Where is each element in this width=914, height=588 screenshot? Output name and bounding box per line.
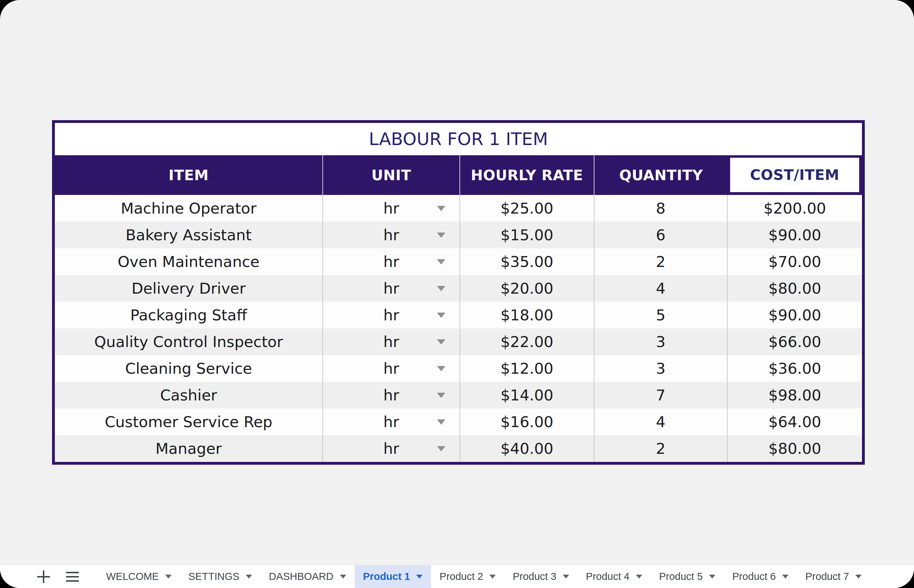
cell-cost-item[interactable]: $66.00 xyxy=(728,328,862,355)
unit-dropdown-cell[interactable]: hr xyxy=(323,221,460,248)
cell-cost-item-value: $64.00 xyxy=(768,413,821,431)
cell-item[interactable]: Quality Control Inspector xyxy=(55,328,323,355)
dropdown-arrow-icon[interactable] xyxy=(437,259,446,265)
cell-cost-item[interactable]: $200.00 xyxy=(728,195,862,221)
cell-cost-item[interactable]: $90.00 xyxy=(728,221,862,248)
add-sheet-button[interactable] xyxy=(37,570,50,583)
table-row: Quality Control Inspectorhr$22.003$66.00 xyxy=(55,328,862,355)
cell-hourly-rate[interactable]: $35.00 xyxy=(460,248,595,275)
cell-item[interactable]: Cashier xyxy=(55,382,323,409)
sheet-tab-product-7[interactable]: Product 7 xyxy=(797,565,870,588)
cell-quantity[interactable]: 4 xyxy=(595,409,728,435)
cell-item[interactable]: Cleaning Service xyxy=(55,355,323,382)
cell-hourly-rate[interactable]: $14.00 xyxy=(460,382,595,409)
dropdown-arrow-icon[interactable] xyxy=(437,446,446,451)
column-header-item[interactable]: ITEM xyxy=(55,155,323,195)
cell-quantity[interactable]: 3 xyxy=(595,328,728,355)
cell-cost-item[interactable]: $64.00 xyxy=(728,409,862,435)
cell-quantity[interactable]: 2 xyxy=(595,248,728,275)
sheet-tab-product-6[interactable]: Product 6 xyxy=(724,565,797,588)
cell-quantity[interactable]: 6 xyxy=(595,221,728,248)
dropdown-arrow-icon[interactable] xyxy=(437,393,446,398)
cell-item[interactable]: Bakery Assistant xyxy=(55,221,323,248)
unit-dropdown-cell[interactable]: hr xyxy=(323,248,460,275)
cell-quantity-value: 3 xyxy=(656,360,666,377)
unit-dropdown-cell[interactable]: hr xyxy=(323,435,460,462)
cell-hourly-rate-value: $12.00 xyxy=(501,360,553,377)
unit-dropdown-cell[interactable]: hr xyxy=(323,275,460,302)
chevron-down-icon[interactable] xyxy=(782,575,789,578)
cell-hourly-rate[interactable]: $22.00 xyxy=(460,328,595,355)
unit-dropdown-cell[interactable]: hr xyxy=(323,409,460,435)
cell-hourly-rate[interactable]: $12.00 xyxy=(460,355,595,382)
cell-cost-item-value: $90.00 xyxy=(768,226,821,244)
cell-quantity[interactable]: 4 xyxy=(595,275,728,302)
unit-dropdown-cell-value: hr xyxy=(384,413,399,431)
chevron-down-icon[interactable] xyxy=(165,575,172,578)
cell-hourly-rate[interactable]: $20.00 xyxy=(460,275,595,302)
chevron-down-icon[interactable] xyxy=(709,575,715,578)
dropdown-arrow-icon[interactable] xyxy=(437,206,446,211)
unit-dropdown-cell[interactable]: hr xyxy=(323,328,460,355)
cell-hourly-rate[interactable]: $16.00 xyxy=(460,409,595,435)
sheet-tab-label: WELCOME xyxy=(106,571,159,582)
cell-hourly-rate[interactable]: $25.00 xyxy=(460,195,595,221)
cell-quantity[interactable]: 7 xyxy=(595,382,728,409)
cell-hourly-rate[interactable]: $40.00 xyxy=(460,435,595,462)
chevron-down-icon[interactable] xyxy=(636,575,642,578)
cell-quantity[interactable]: 5 xyxy=(595,302,728,328)
unit-dropdown-cell-value: hr xyxy=(384,253,399,270)
cell-item[interactable]: Packaging Staff xyxy=(55,302,323,328)
unit-dropdown-cell[interactable]: hr xyxy=(323,302,460,328)
dropdown-arrow-icon[interactable] xyxy=(437,286,446,291)
sheet-tab-product-4[interactable]: Product 4 xyxy=(578,565,651,588)
all-sheets-menu-button[interactable] xyxy=(66,572,79,582)
cost-item-highlight-chip: COST/ITEM xyxy=(730,158,859,192)
cell-item[interactable]: Machine Operator xyxy=(55,195,323,221)
chevron-down-icon[interactable] xyxy=(246,575,252,578)
unit-dropdown-cell[interactable]: hr xyxy=(323,382,460,409)
cell-item-value: Packaging Staff xyxy=(130,306,247,324)
cell-cost-item[interactable]: $70.00 xyxy=(728,248,862,275)
sheet-tab-product-2[interactable]: Product 2 xyxy=(431,565,504,588)
cell-quantity[interactable]: 8 xyxy=(595,195,728,221)
column-header-unit[interactable]: UNIT xyxy=(323,155,460,195)
column-header-quantity[interactable]: QUANTITY xyxy=(595,155,728,195)
chevron-down-icon[interactable] xyxy=(489,575,496,578)
cell-hourly-rate[interactable]: $15.00 xyxy=(460,221,595,248)
cell-quantity[interactable]: 3 xyxy=(595,355,728,382)
column-header-cost-item[interactable]: COST/ITEM xyxy=(728,155,862,195)
sheet-tab-product-1[interactable]: Product 1 xyxy=(355,565,431,588)
sheet-tab-settings[interactable]: SETTINGS xyxy=(180,565,261,588)
sheet-tab-label: SETTINGS xyxy=(188,571,240,582)
cell-item-value: Manager xyxy=(156,440,222,457)
chevron-down-icon[interactable] xyxy=(563,575,569,578)
dropdown-arrow-icon[interactable] xyxy=(437,339,446,344)
sheet-tab-product-3[interactable]: Product 3 xyxy=(504,565,577,588)
sheet-tab-dashboard[interactable]: DASHBOARD xyxy=(261,565,355,588)
cell-cost-item[interactable]: $90.00 xyxy=(728,302,862,328)
sheet-tab-welcome[interactable]: WELCOME xyxy=(98,565,180,588)
cell-item[interactable]: Manager xyxy=(55,435,323,462)
dropdown-arrow-icon[interactable] xyxy=(437,313,446,318)
cell-quantity[interactable]: 2 xyxy=(595,435,728,462)
column-header-hourly-rate[interactable]: HOURLY RATE xyxy=(460,155,595,195)
cell-item[interactable]: Delivery Driver xyxy=(55,275,323,302)
cell-cost-item[interactable]: $98.00 xyxy=(728,382,862,409)
cell-cost-item[interactable]: $36.00 xyxy=(728,355,862,382)
cell-hourly-rate[interactable]: $18.00 xyxy=(460,302,595,328)
chevron-down-icon[interactable] xyxy=(340,575,346,578)
cell-cost-item[interactable]: $80.00 xyxy=(728,275,862,302)
unit-dropdown-cell[interactable]: hr xyxy=(323,355,460,382)
cell-item[interactable]: Oven Maintenance xyxy=(55,248,323,275)
unit-dropdown-cell[interactable]: hr xyxy=(323,195,460,221)
dropdown-arrow-icon[interactable] xyxy=(437,233,446,238)
chevron-down-icon[interactable] xyxy=(416,575,423,578)
dropdown-arrow-icon[interactable] xyxy=(437,419,446,425)
chevron-down-icon[interactable] xyxy=(855,575,862,578)
cell-item[interactable]: Customer Service Rep xyxy=(55,409,323,435)
sheet-tab-product-5[interactable]: Product 5 xyxy=(651,565,724,588)
cell-hourly-rate-value: $25.00 xyxy=(501,200,553,217)
cell-cost-item[interactable]: $80.00 xyxy=(728,435,862,462)
dropdown-arrow-icon[interactable] xyxy=(437,366,446,371)
